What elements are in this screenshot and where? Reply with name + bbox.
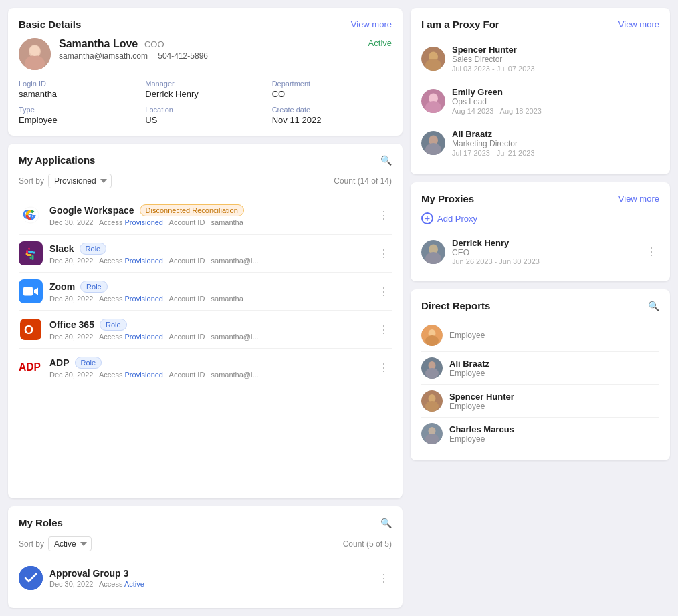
department-value: CO [272,89,286,99]
user-name: Samantha Love [59,38,138,49]
zoom-more-button[interactable]: ⋮ [376,283,392,299]
applications-search-icon[interactable]: 🔍 [380,155,392,166]
login-id-value: samantha [19,89,57,99]
dr-person-charles: Charles Marcus Employee [421,418,659,450]
proxy-person-emily: Emily Green Ops Lead Aug 14 2023 - Aug 1… [421,80,659,122]
svg-point-32 [425,401,439,412]
approval-group-more-button[interactable]: ⋮ [376,570,392,586]
ali-dr-avatar [421,357,443,379]
spencer-dr-info: Spencer Hunter Employee [449,392,514,411]
svg-point-26 [425,335,439,346]
proxy-for-section: I am a Proxy For View more Spencer Hunte… [411,8,670,174]
login-id-field: Login ID samantha [19,80,138,99]
zoom-meta: Dec 30, 2022 Access Provisioned Account … [49,295,369,303]
office365-badge: Role [100,319,127,331]
user-email: samantha@iamsath.com [59,51,148,61]
ali-dr-name: Ali Braatz [449,359,489,369]
add-proxy-icon: + [421,212,433,224]
derrick-proxy-role: CEO [452,248,637,257]
adp-more-button[interactable]: ⋮ [376,359,392,375]
dr-person-ali: Ali Braatz Employee [421,352,659,385]
spencer-name: Spencer Hunter [452,45,535,55]
proxy-for-view-more[interactable]: View more [618,19,659,29]
my-proxies-view-more[interactable]: View more [618,194,659,204]
spencer-info: Spencer Hunter Sales Director Jul 03 202… [452,45,535,73]
office365-details: Office 365 Role Dec 30, 2022 Access Prov… [49,319,369,341]
my-applications-title: My Applications [19,154,95,166]
user-phone: 504-412-5896 [158,51,208,61]
manager-field: Manager Derrick Henry [145,80,265,99]
emily-avatar [421,89,445,113]
zoom-name: Zoom [49,281,75,292]
adp-badge: Role [75,357,102,369]
svg-point-3 [29,45,40,56]
roles-sort-select[interactable]: Active [48,536,92,551]
create-date-field: Create date Nov 11 2022 [272,106,392,125]
app-item-google-workspace: G Google Workspace Disconnected Re [19,196,392,235]
employee1-info: Employee [449,331,485,340]
direct-reports-search-icon[interactable]: 🔍 [648,301,659,311]
slack-badge: Role [80,243,107,255]
roles-search-icon[interactable]: 🔍 [380,518,392,528]
spencer-title: Sales Director [452,55,535,64]
google-workspace-badge: Disconnected Reconciliation [140,204,244,216]
adp-details: ADP Role Dec 30, 2022 Access Provisioned… [49,357,369,379]
applications-sort-select[interactable]: Provisioned [48,174,112,188]
direct-reports-section: Direct Reports 🔍 Employee [411,289,670,460]
google-workspace-more-button[interactable]: ⋮ [376,207,392,223]
app-item-zoom: Zoom Role Dec 30, 2022 Access Provisione… [19,273,392,311]
slack-logo [19,241,43,265]
charles-info: Charles Marcus Employee [449,424,514,444]
ali-title: Marketing Director [452,139,535,148]
adp-meta: Dec 30, 2022 Access Provisioned Account … [49,371,369,379]
derrick-proxy-name: Derrick Henry [452,238,637,248]
emily-name: Emily Green [452,87,542,97]
applications-list: G Google Workspace Disconnected Re [19,196,392,386]
my-roles-title: My Roles [19,517,63,528]
slack-more-button[interactable]: ⋮ [376,245,392,261]
add-proxy-label: Add Proxy [437,214,477,224]
more-dots-icon: ⋮ [378,247,390,260]
more-dots-icon: ⋮ [378,572,390,585]
ali-avatar [421,131,445,155]
dr-person-spencer: Spencer Hunter Employee [421,385,659,418]
office365-meta: Dec 30, 2022 Access Provisioned Account … [49,333,369,341]
create-date-label: Create date [272,106,392,114]
derrick-proxy-dates: Jun 26 2023 - Jun 30 2023 [452,257,637,265]
app-item-office365: O Office 365 Role Dec 30, 2022 Access Pr… [19,311,392,349]
create-date-value: Nov 11 2022 [272,115,322,125]
charles-name: Charles Marcus [449,424,514,434]
location-field: Location US [145,106,265,125]
basic-details-view-more[interactable]: View more [351,19,392,29]
svg-point-29 [425,368,439,379]
basic-details-title: Basic Details [19,19,81,30]
spencer-dates: Jul 03 2023 - Jul 07 2023 [452,65,535,73]
slack-details: Slack Role Dec 30, 2022 Access Provision… [49,243,369,265]
more-dots-icon: ⋮ [378,361,390,374]
proxy-person-spencer: Spencer Hunter Sales Director Jul 03 202… [421,38,659,80]
derrick-proxy-more-button[interactable]: ⋮ [643,244,659,260]
add-proxy-button[interactable]: + Add Proxy [421,212,659,224]
office365-logo: O [19,317,43,341]
my-roles-section: My Roles 🔍 Sort by Active Count (5 of 5) [8,506,403,608]
ali-dates: Jul 17 2023 - Jul 21 2023 [452,149,535,157]
roles-sort-label: Sort by [19,539,44,549]
approval-group-details: Approval Group 3 Dec 30, 2022 Access Act… [49,568,369,588]
slack-meta: Dec 30, 2022 Access Provisioned Account … [49,257,369,265]
adp-logo: ADP [19,355,43,379]
emily-dates: Aug 14 2023 - Aug 18 2023 [452,107,542,115]
user-avatar [19,38,51,70]
ali-info: Ali Braatz Marketing Director Jul 17 202… [452,129,535,157]
more-dots-icon: ⋮ [646,245,657,258]
more-dots-icon: ⋮ [378,285,390,298]
my-proxies-section: My Proxies View more + Add Proxy Derrick… [411,182,670,281]
spencer-avatar [421,47,445,71]
user-status-badge: Active [368,38,392,48]
role-item-approval-group: Approval Group 3 Dec 30, 2022 Access Act… [19,559,392,597]
office365-more-button[interactable]: ⋮ [376,321,392,337]
zoom-badge: Role [80,281,108,293]
derrick-proxy-info: Derrick Henry CEO Jun 26 2023 - Jun 30 2… [452,238,637,265]
svg-text:O: O [24,323,33,337]
google-workspace-name: Google Workspace [49,205,134,216]
direct-reports-title: Direct Reports [421,300,490,311]
